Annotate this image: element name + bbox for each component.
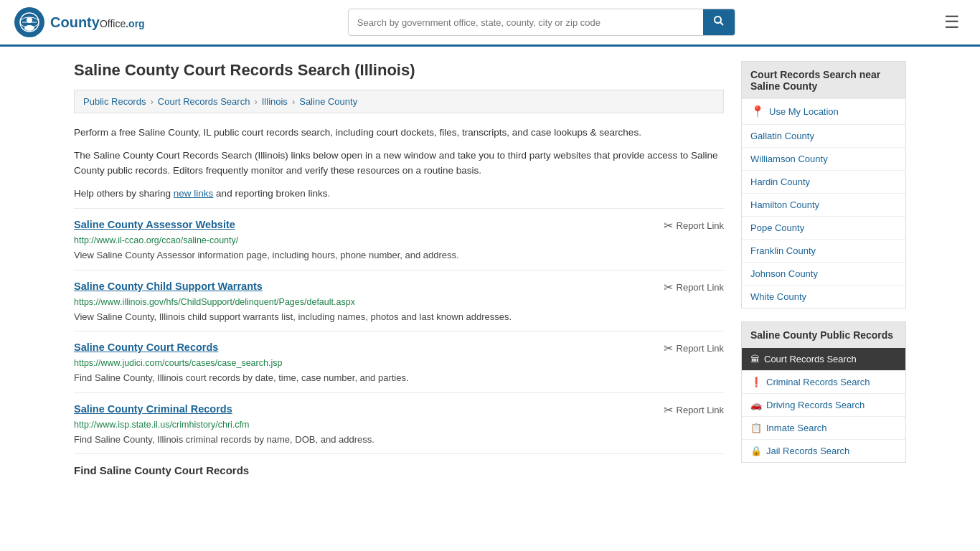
search-button[interactable] bbox=[703, 9, 735, 35]
nearby-county-link-3[interactable]: Hamilton County bbox=[742, 194, 905, 216]
inmate-icon: 📋 bbox=[750, 423, 762, 433]
public-records-link-0[interactable]: 🏛 Court Records Search bbox=[742, 348, 905, 370]
public-records-label-3: Inmate Search bbox=[766, 423, 827, 433]
result-desc-1: View Saline County, Illinois child suppo… bbox=[74, 310, 724, 324]
use-location-btn[interactable]: 📍 Use My Location bbox=[742, 99, 905, 125]
public-records-item: 🏛 Court Records Search bbox=[742, 348, 905, 371]
public-records-item: 🔒 Jail Records Search bbox=[742, 440, 905, 462]
public-records-item: 🚗 Driving Records Search bbox=[742, 394, 905, 417]
header-right: ☰ bbox=[938, 9, 966, 35]
public-records-item: 📋 Inmate Search bbox=[742, 417, 905, 440]
public-records-label-0: Court Records Search bbox=[764, 354, 857, 364]
report-link-label-3: Report Link bbox=[677, 405, 724, 415]
nearby-county-item: Pope County bbox=[742, 217, 905, 240]
public-records-item: ❗ Criminal Records Search bbox=[742, 371, 905, 394]
breadcrumb-illinois[interactable]: Illinois bbox=[262, 96, 288, 107]
description-3: Help others by sharing new links and rep… bbox=[74, 186, 724, 202]
report-icon-1: ✂ bbox=[664, 281, 673, 294]
nearby-county-link-0[interactable]: Gallatin County bbox=[742, 125, 905, 147]
result-desc-2: Find Saline County, Illinois court recor… bbox=[74, 371, 724, 385]
result-title-0[interactable]: Saline County Assessor Website bbox=[74, 219, 235, 230]
public-records-list: 🏛 Court Records Search ❗ Criminal Record… bbox=[742, 348, 905, 462]
breadcrumb: Public Records › Court Records Search › … bbox=[74, 90, 724, 113]
public-records-link-1[interactable]: ❗ Criminal Records Search bbox=[742, 371, 905, 393]
breadcrumb-court-records-search[interactable]: Court Records Search bbox=[158, 96, 250, 107]
menu-button[interactable]: ☰ bbox=[938, 9, 966, 35]
report-link-btn-1[interactable]: ✂ Report Link bbox=[664, 281, 724, 294]
nearby-county-item: Gallatin County bbox=[742, 125, 905, 148]
jail-icon: 🔒 bbox=[750, 446, 762, 456]
description-3-pre: Help others by sharing bbox=[74, 188, 174, 199]
public-records-link-2[interactable]: 🚗 Driving Records Search bbox=[742, 394, 905, 416]
result-title-1[interactable]: Saline County Child Support Warrants bbox=[74, 281, 263, 292]
pin-icon: 📍 bbox=[750, 105, 765, 118]
result-header: Saline County Criminal Records ✂ Report … bbox=[74, 403, 724, 417]
nearby-county-item: Hardin County bbox=[742, 171, 905, 194]
breadcrumb-public-records[interactable]: Public Records bbox=[83, 96, 146, 107]
search-input[interactable] bbox=[349, 11, 703, 34]
find-records-heading: Find Saline County Court Records bbox=[74, 453, 724, 476]
public-records-link-3[interactable]: 📋 Inmate Search bbox=[742, 417, 905, 439]
nearby-county-item: Johnson County bbox=[742, 263, 905, 286]
result-item: Saline County Criminal Records ✂ Report … bbox=[74, 392, 724, 454]
public-records-link-4[interactable]: 🔒 Jail Records Search bbox=[742, 440, 905, 462]
court-icon: 🏛 bbox=[750, 354, 760, 364]
report-link-label-1: Report Link bbox=[677, 282, 724, 293]
nearby-county-link-5[interactable]: Franklin County bbox=[742, 240, 905, 262]
main-container: Saline County Court Records Search (Illi… bbox=[60, 47, 920, 491]
result-desc-0: View Saline County Assessor information … bbox=[74, 248, 724, 263]
results-list: Saline County Assessor Website ✂ Report … bbox=[74, 208, 724, 453]
public-records-label-4: Jail Records Search bbox=[766, 446, 849, 456]
public-records-title: Saline County Public Records bbox=[742, 322, 905, 348]
breadcrumb-sep-1: › bbox=[150, 96, 153, 107]
public-records-label-1: Criminal Records Search bbox=[766, 377, 870, 387]
criminal-icon: ❗ bbox=[750, 377, 762, 387]
result-url-0[interactable]: http://www.il-ccao.org/ccao/saline-count… bbox=[74, 235, 724, 245]
breadcrumb-saline-county[interactable]: Saline County bbox=[299, 96, 357, 107]
search-bar bbox=[348, 9, 735, 36]
report-link-btn-3[interactable]: ✂ Report Link bbox=[664, 403, 724, 417]
nearby-county-link-7[interactable]: White County bbox=[742, 286, 905, 308]
result-desc-3: Find Saline County, Illinois criminal re… bbox=[74, 433, 724, 447]
new-links-link[interactable]: new links bbox=[174, 188, 214, 199]
nearby-county-item: Franklin County bbox=[742, 240, 905, 263]
result-header: Saline County Assessor Website ✂ Report … bbox=[74, 219, 724, 232]
site-header: CountyOffice.org ☰ bbox=[0, 0, 980, 47]
page-title: Saline County Court Records Search (Illi… bbox=[74, 61, 724, 80]
svg-point-2 bbox=[24, 25, 34, 31]
nearby-county-item: White County bbox=[742, 286, 905, 308]
report-link-btn-2[interactable]: ✂ Report Link bbox=[664, 342, 724, 355]
result-url-2[interactable]: https://www.judici.com/courts/cases/case… bbox=[74, 358, 724, 368]
logo-area: CountyOffice.org bbox=[14, 7, 145, 37]
car-icon: 🚗 bbox=[750, 400, 762, 410]
result-item: Saline County Assessor Website ✂ Report … bbox=[74, 208, 724, 270]
report-link-btn-0[interactable]: ✂ Report Link bbox=[664, 219, 724, 232]
svg-point-5 bbox=[715, 17, 721, 23]
description-1: Perform a free Saline County, IL public … bbox=[74, 125, 724, 141]
result-url-1[interactable]: https://www.illinois.gov/hfs/ChildSuppor… bbox=[74, 297, 724, 307]
public-records-box: Saline County Public Records 🏛 Court Rec… bbox=[741, 321, 906, 463]
nearby-title: Court Records Search near Saline County bbox=[742, 62, 905, 99]
result-item: Saline County Child Support Warrants ✂ R… bbox=[74, 270, 724, 331]
result-header: Saline County Child Support Warrants ✂ R… bbox=[74, 281, 724, 294]
breadcrumb-sep-3: › bbox=[292, 96, 295, 107]
nearby-county-link-1[interactable]: Williamson County bbox=[742, 148, 905, 170]
logo-icon bbox=[14, 7, 44, 37]
breadcrumb-sep-2: › bbox=[254, 96, 257, 107]
report-icon-3: ✂ bbox=[664, 403, 673, 417]
report-link-label-2: Report Link bbox=[677, 343, 724, 354]
result-title-2[interactable]: Saline County Court Records bbox=[74, 342, 218, 353]
content-area: Saline County Court Records Search (Illi… bbox=[74, 61, 724, 476]
nearby-counties-list: Gallatin CountyWilliamson CountyHardin C… bbox=[742, 125, 905, 308]
result-title-3[interactable]: Saline County Criminal Records bbox=[74, 403, 232, 415]
nearby-county-link-4[interactable]: Pope County bbox=[742, 217, 905, 239]
nearby-county-item: Hamilton County bbox=[742, 194, 905, 217]
public-records-label-2: Driving Records Search bbox=[766, 400, 864, 410]
logo-text: CountyOffice.org bbox=[50, 14, 145, 31]
nearby-county-link-2[interactable]: Hardin County bbox=[742, 171, 905, 193]
nearby-county-link-6[interactable]: Johnson County bbox=[742, 263, 905, 285]
nearby-county-item: Williamson County bbox=[742, 148, 905, 171]
result-url-3[interactable]: http://www.isp.state.il.us/crimhistory/c… bbox=[74, 420, 724, 430]
nearby-box: Court Records Search near Saline County … bbox=[741, 61, 906, 309]
description-2: The Saline County Court Records Search (… bbox=[74, 148, 724, 179]
